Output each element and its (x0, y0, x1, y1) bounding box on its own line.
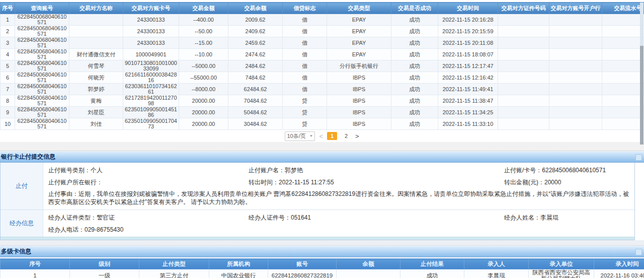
table-cell: IBPS (327, 107, 391, 118)
table-cell (602, 84, 644, 95)
table-cell (602, 60, 644, 72)
table-cell: 6217281942001127098 (123, 95, 179, 107)
table-cell (602, 14, 644, 26)
page-size-value: 10条/页 (287, 132, 305, 140)
table-cell: IBPS (327, 95, 391, 107)
field-row: 经办人证件类型：警官证经办人证件号：051641经办人姓名：李晨琨 (43, 212, 634, 224)
table-cell: 243300133 (123, 37, 179, 49)
table-cell: 贷 (283, 107, 327, 118)
table-cell: 3 (1, 37, 15, 49)
table-cell: 第三方止付 (139, 269, 209, 278)
table-cell: 2009.62 (228, 14, 283, 26)
table-cell: --10.00 (179, 49, 228, 60)
table-cell: IBPS (327, 118, 391, 130)
table-cell: 6235010990500170473 (123, 118, 179, 130)
collapse-icon[interactable] (635, 154, 642, 161)
table-cell: 李晨琨 (464, 269, 529, 278)
table-cell: 6235010990500145186 (123, 107, 179, 118)
table-cell: 6216611600003842816 (123, 72, 179, 84)
table-cell: 成功 (391, 14, 438, 26)
prev-page-button[interactable]: < (319, 132, 323, 140)
table-cell: 6228450068040610571 (15, 118, 69, 130)
multilevel-section-header: 多级卡信息 (0, 246, 644, 257)
table-cell: 6228450068040610571 (15, 49, 69, 60)
column-header: 录入单位 (529, 259, 594, 269)
panel-footer-strip (1, 237, 634, 240)
column-header: 级别 (70, 259, 139, 269)
table-cell: 4 (1, 49, 15, 60)
multilevel-section-title: 多级卡信息 (1, 247, 31, 256)
scrollbar-thumb[interactable] (640, 46, 643, 145)
table-cell: 2022-11-15 11:38:47 (438, 95, 498, 107)
column-header: 止付结果 (400, 259, 464, 269)
table-cell: 一级 (70, 269, 139, 278)
table-cell (498, 95, 549, 107)
table-row: 76228450068040610571郭梦婷62303611010734162… (1, 84, 644, 95)
table-cell: 成功 (400, 269, 464, 278)
collapse-icon[interactable] (635, 249, 642, 255)
field-row: 止付账户所在银行：转出时间：2022-11-15 11:27:55转出金额(元)… (43, 176, 634, 188)
table-cell (549, 95, 602, 107)
table-cell: 中国农业银行 (209, 269, 268, 278)
multilevel-table-body: 1一级第三方止付中国农业银行6228412860827322819成功李晨琨陕西… (1, 269, 644, 278)
table-row: 36228450068040610571243300133--15.002459… (1, 37, 644, 49)
table-cell: 9 (1, 107, 15, 118)
table-cell: 2022-11-15 11:33:10 (438, 118, 498, 130)
table-cell: --50.00 (179, 26, 228, 37)
handler-info-block-label: 经办信息 (1, 210, 43, 237)
table-cell (498, 37, 549, 49)
table-cell: 1000049901 (123, 49, 179, 60)
table-cell (498, 26, 549, 37)
table-cell: 6228450068040610571 (15, 60, 69, 72)
column-header: 交易类型 (327, 3, 391, 14)
stop-payment-fields: 止付账号类别：个人止付账户名：郭梦艳止付账/卡号：622845006804061… (43, 163, 634, 210)
table-row: 96228450068040610571刘星臣62350109905001451… (1, 107, 644, 118)
table-cell: 20000.00 (179, 95, 228, 107)
table-cell: 7 (1, 84, 15, 95)
column-header: 交易余额 (228, 3, 283, 14)
table-cell: 2022-11-15 20:16:28 (438, 14, 498, 26)
page-button-1[interactable]: 1 (327, 132, 337, 140)
table-cell: --400.00 (179, 14, 228, 26)
table-cell: 何雪琴 (69, 60, 123, 72)
table-cell: 10 (1, 118, 15, 130)
handler-field-rows: 经办人证件类型：警官证经办人证件号：051641经办人姓名：李晨琨经办人电话：0… (43, 212, 634, 236)
column-header: 借贷标志 (283, 3, 327, 14)
column-header: 交易对方名称 (69, 3, 123, 14)
next-page-button[interactable]: > (355, 132, 359, 140)
transactions-table: 序号查询账号交易对方名称交易对方账卡号交易金额交易余额借贷标志交易类型交易是否成… (0, 2, 644, 130)
field-text: 经办人证件类型：警官证 (43, 214, 244, 222)
table-cell: 郭梦婷 (69, 84, 123, 95)
table-cell: 贷 (283, 95, 327, 107)
table-cell (549, 118, 602, 130)
field-text: 经办人电话：029-86755430 (43, 226, 244, 234)
field-text: 止付账户所在银行： (43, 178, 244, 187)
stop-payment-reason: 止付事由：近期，我单位在接报刘妮被骗警情中，发现涉案人员利用贵单位相关账户 曹鸿… (43, 188, 634, 208)
table-cell: 70484.62 (228, 95, 283, 107)
page-button-2[interactable]: 2 (341, 132, 351, 140)
table-cell: 6228450068040610571 (15, 26, 69, 37)
table-cell (549, 37, 602, 49)
table-cell: 5 (1, 60, 15, 72)
table-cell: 1 (1, 269, 70, 278)
column-header: 交易对方证件号码 (498, 3, 549, 14)
page-size-select[interactable]: 10条/页 ▼ (285, 131, 315, 141)
table-cell: 借 (283, 37, 327, 49)
field-text: 止付账/卡号：6228450068040610571 (499, 166, 634, 175)
table-cell (498, 49, 549, 60)
column-header: 止付类型 (139, 259, 209, 269)
vertical-scrollbar (640, 3, 643, 144)
table-cell: 成功 (391, 107, 438, 118)
field-text: 经办人证件号：051641 (244, 214, 499, 222)
table-cell: 6228412860827322819 (268, 269, 337, 278)
table-cell (337, 269, 400, 278)
transactions-section: 序号查询账号交易对方名称交易对方账卡号交易金额交易余额借贷标志交易类型交易是否成… (0, 0, 644, 130)
table-cell: 2022-11-15 20:15:59 (438, 26, 498, 37)
table-cell: 何晓芳 (69, 72, 123, 84)
table-cell: 6228450068040610571 (15, 72, 69, 84)
stop-payment-section-header: 银行卡止付提交信息 (0, 151, 644, 163)
stop-payment-block-label: 止付 (1, 163, 43, 210)
column-header: 交易是否成功 (391, 3, 438, 14)
table-cell: 6228450068040610571 (15, 84, 69, 95)
table-cell: 30484.62 (228, 118, 283, 130)
